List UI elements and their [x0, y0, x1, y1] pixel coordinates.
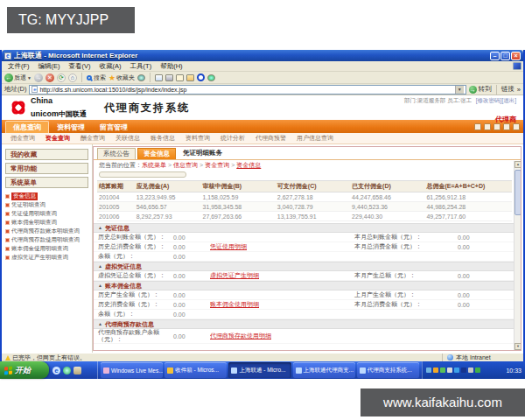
window-titlebar[interactable]: e 上海联通 - Microsoft Internet Explorer – □… — [2, 50, 523, 61]
window-icon — [167, 368, 173, 374]
tray-icon[interactable] — [454, 368, 459, 373]
collapsed-filter-pill[interactable] — [99, 172, 186, 178]
taskbar-button[interactable]: 上海联通 - Micro... — [228, 362, 290, 378]
nav-tool-icon[interactable] — [503, 123, 510, 130]
taskbar-button[interactable]: 收件箱 - Micros... — [164, 362, 227, 378]
sidebar-menu-item[interactable]: 凭证使用明细查询 — [2, 209, 92, 218]
subnav-item[interactable]: 用户信息查询 — [291, 134, 339, 143]
detail-link[interactable]: 凭证使用明细 — [210, 242, 354, 251]
address-dropdown-button[interactable]: ▼ — [455, 86, 464, 94]
subnav-item[interactable]: 资金查询 — [40, 134, 75, 143]
detail-link[interactable]: 账本佣金使用明细 — [210, 300, 354, 309]
subnav-item[interactable]: 关联信息 — [110, 134, 145, 143]
tray-icon[interactable] — [475, 368, 480, 373]
detail-link[interactable]: 代理商预存款使用明细 — [210, 332, 354, 340]
subnav-item[interactable]: 资料查询 — [180, 134, 215, 143]
nav-tool-icon[interactable] — [513, 123, 520, 130]
nav-tool-icon[interactable] — [484, 123, 491, 130]
page-error-icon — [5, 355, 10, 360]
menubar-item[interactable]: 编辑(E) — [34, 62, 65, 71]
sidebar-menu-item[interactable]: 账本佣金明细查询 — [2, 218, 92, 227]
sidebar-section-header[interactable]: 我的收藏 — [5, 149, 88, 160]
minimize-button[interactable]: – — [490, 52, 500, 60]
ie-window: e 上海联通 - Microsoft Internet Explorer – □… — [0, 50, 525, 361]
nav-tab[interactable]: 留言管理 — [93, 122, 135, 133]
sidebar-menu-item[interactable]: 代理商预存款使用明细查询 — [2, 235, 92, 244]
field-value: 0.00 — [458, 302, 514, 308]
tray-icon[interactable] — [426, 368, 431, 373]
subnav-item[interactable]: 佣金查询 — [5, 134, 40, 143]
messenger-button[interactable] — [207, 74, 215, 81]
tray-icon[interactable] — [468, 368, 473, 373]
subnav-item[interactable]: 账务信息 — [145, 134, 180, 143]
nav-tool-icon[interactable] — [474, 123, 481, 130]
menubar-item[interactable]: 收藏(A) — [95, 62, 126, 71]
subnav-item[interactable]: 代理商预警 — [250, 134, 291, 143]
sidebar-menu-item[interactable]: 凭证明细查询 — [2, 200, 92, 209]
content-tab[interactable]: 系统公告 — [97, 148, 136, 159]
taskbar-button[interactable]: Windows Live Mes... — [101, 362, 163, 378]
show-desktop-icon[interactable] — [74, 367, 81, 374]
links-label[interactable]: 链接 — [501, 85, 514, 94]
go-button[interactable]: → 转到 — [469, 85, 492, 94]
sidebar-menu-item[interactable]: 资金信息 — [2, 192, 92, 200]
subnav-item[interactable]: 统计分析 — [215, 134, 250, 143]
sidebar-section-header[interactable]: 常用功能 — [5, 163, 88, 174]
stop-button[interactable]: ✕ — [46, 74, 54, 82]
content-tab[interactable]: 资金信息 — [137, 148, 176, 159]
folder-button[interactable] — [186, 74, 194, 81]
print-button[interactable] — [165, 74, 173, 81]
tray-icon[interactable] — [447, 368, 452, 373]
scroll-up-icon[interactable]: ▲ — [514, 161, 522, 168]
info-row: 历史产生金额（元）：0.00上月产生金额（元）：0.00 — [94, 290, 514, 300]
sidebar-section-header[interactable]: 系统菜单 — [5, 177, 88, 188]
search-button[interactable]: 搜索 — [87, 74, 106, 82]
tray-icon[interactable] — [461, 368, 466, 373]
taskbar-button-label: 收件箱 - Micros... — [175, 367, 219, 374]
mail-button[interactable] — [155, 74, 163, 81]
menubar-item[interactable]: 工具(T) — [126, 62, 157, 71]
menubar-item[interactable]: 帮助(H) — [156, 62, 186, 71]
msn-quicklaunch-icon[interactable] — [63, 367, 71, 374]
subnav-item[interactable]: 酬金查询 — [75, 134, 110, 143]
field-label: 代理商预存款账户余额（元）： — [98, 329, 173, 343]
scroll-thumb[interactable] — [514, 170, 522, 215]
messenger-ring-icon[interactable] — [197, 74, 205, 81]
home-button[interactable]: ⌂ — [68, 74, 77, 82]
content-scrollbar[interactable]: ▲ ▼ — [514, 161, 521, 350]
table-row: 201005546,656.5731,958,345.583,040,728.7… — [97, 202, 512, 212]
refresh-button[interactable]: ⟳ — [57, 74, 66, 82]
info-row: 余额（元）：0.00 — [94, 310, 514, 319]
tray-icon[interactable] — [440, 368, 445, 373]
breadcrumb-link[interactable]: 系统菜单 — [142, 162, 166, 168]
links-chevron-icon[interactable]: » — [517, 86, 521, 94]
tray-icon[interactable] — [433, 368, 438, 373]
history-button[interactable] — [137, 74, 145, 81]
sidebar-menu-item[interactable]: 虚拟凭证产生明细查询 — [2, 253, 92, 262]
nav-tool-icon[interactable] — [494, 123, 500, 130]
breadcrumb-link[interactable]: 资金查询 — [205, 162, 229, 168]
user-links[interactable]: [修改密码][退出] — [476, 97, 516, 103]
favorites-button[interactable]: ★ 收藏夹 — [108, 74, 135, 82]
sidebar-menu-item[interactable]: 代理商预存款账本明细查询 — [2, 227, 92, 235]
close-button[interactable]: × — [511, 52, 521, 60]
taskbar-button[interactable]: 上海联通代理商支... — [293, 362, 355, 378]
content-tab[interactable]: 凭证明细账务 — [178, 148, 228, 159]
nav-tab[interactable]: 信息查询 — [5, 121, 49, 133]
detail-link[interactable]: 虚拟凭证产生明细 — [210, 271, 354, 280]
edit-button[interactable] — [176, 74, 184, 81]
scroll-down-icon[interactable]: ▼ — [514, 343, 522, 350]
start-button[interactable]: 开始 — [0, 361, 49, 379]
ie-quicklaunch-icon[interactable]: e — [52, 367, 60, 374]
sidebar-menu-item[interactable]: 账本佣金使用明细查询 — [2, 244, 92, 253]
breadcrumb-link[interactable]: 信息查询 — [173, 162, 198, 168]
menubar-item[interactable]: 查看(V) — [65, 62, 95, 71]
breadcrumb-link[interactable]: 资金信息 — [236, 162, 261, 168]
address-input[interactable]: e http://dls.sh.unicom.local:15010/dls/j… — [29, 85, 466, 94]
taskbar-button[interactable]: 代理商支持系统... — [357, 362, 419, 378]
nav-tab[interactable]: 资料管理 — [50, 122, 92, 133]
menubar-item[interactable]: 文件(F) — [4, 62, 34, 71]
forward-button[interactable]: → — [34, 74, 43, 82]
maximize-button[interactable]: □ — [500, 52, 510, 60]
back-button[interactable]: ← 后退 ▼ — [4, 74, 32, 82]
